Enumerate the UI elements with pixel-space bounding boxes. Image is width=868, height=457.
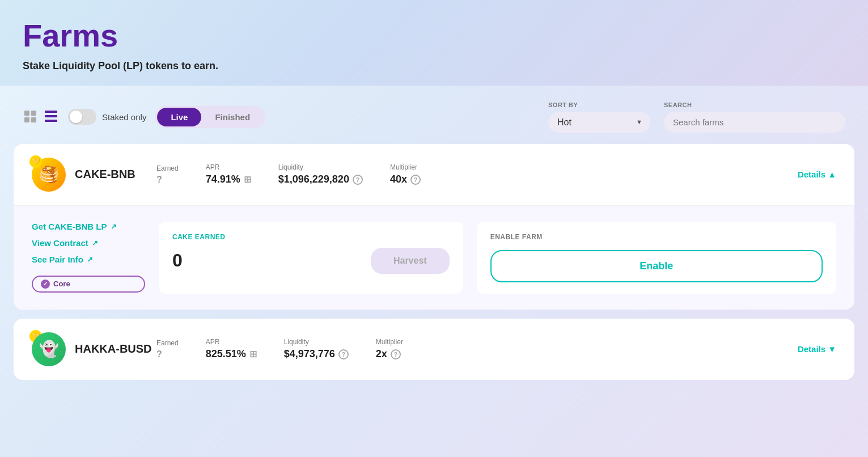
svg-rect-2 (24, 117, 29, 122)
farm-row-hakka-busd: 💛 👻 HAKKA-BUSD Earned ? APR 825.51% ⊞ (14, 319, 854, 380)
sort-by-label: SORT BY (548, 101, 650, 108)
stat-liquidity-cake-bnb: Liquidity $1,096,229,820 ? (278, 163, 363, 185)
farm-links: Get CAKE-BNB LP ↗ View Contract ↗ See Pa… (32, 222, 145, 294)
earned-value: ? (156, 175, 179, 185)
page-title: Farms (23, 18, 845, 53)
see-pair-info-link[interactable]: See Pair Info ↗ (32, 255, 145, 264)
svg-rect-6 (45, 120, 57, 122)
liquidity-label: Liquidity (278, 163, 363, 171)
apr-calc-icon[interactable]: ⊞ (244, 174, 251, 185)
stat-apr-hakka-busd: APR 825.51% ⊞ (206, 338, 257, 360)
grid-view-icon[interactable] (23, 109, 39, 125)
liquidity-value: $1,096,229,820 ? (278, 174, 363, 185)
stat-apr-cake-bnb: APR 74.91% ⊞ (206, 163, 251, 185)
external-link-icon-2: ↗ (92, 239, 98, 247)
apr-label-2: APR (206, 338, 257, 346)
search-label: SEARCH (664, 101, 845, 108)
header-section: Farms Stake Liquidity Pool (LP) tokens t… (0, 0, 868, 86)
external-link-icon-1: ↗ (111, 222, 117, 231)
farm-stats-hakka-busd: Earned ? APR 825.51% ⊞ Liquidity $4,973,… (156, 338, 798, 360)
staked-only-toggle[interactable] (68, 109, 96, 125)
external-link-icon-3: ↗ (87, 255, 93, 264)
svg-rect-3 (31, 117, 36, 122)
svg-rect-1 (31, 111, 36, 116)
live-finished-tabs: Live Finished (155, 106, 265, 128)
apr-label: APR (206, 163, 251, 171)
farm-logo-cake-bnb: 💛 🥞 (32, 158, 66, 192)
multiplier-info-icon[interactable]: ? (410, 175, 421, 185)
farm-identity-cake-bnb: 💛 🥞 CAKE-BNB (32, 158, 156, 192)
right-controls: SORT BY Hot APR Multiplier Earned Liquid… (548, 101, 845, 133)
farm-name-hakka-busd: HAKKA-BUSD (75, 342, 152, 356)
harvest-button[interactable]: Harvest (371, 248, 450, 274)
tab-live[interactable]: Live (157, 108, 201, 126)
earned-label: Earned (156, 164, 179, 172)
multiplier-value: 40x ? (390, 174, 421, 185)
left-controls: Staked only Live Finished (23, 106, 265, 128)
sort-group: SORT BY Hot APR Multiplier Earned Liquid… (548, 101, 650, 133)
earned-value-2: ? (156, 349, 179, 359)
stat-earned-hakka-busd: Earned ? (156, 339, 179, 359)
farm-logo-badge: 💛 (29, 155, 42, 168)
farm-logo-inner-2: 👻 (32, 332, 66, 366)
farm-card-cake-bnb: 💛 🥞 CAKE-BNB Earned ? APR 74.91% ⊞ (14, 144, 854, 310)
apr-value-2: 825.51% ⊞ (206, 348, 257, 360)
liquidity-label-2: Liquidity (284, 338, 349, 346)
controls-bar: Staked only Live Finished SORT BY Hot AP… (0, 86, 868, 144)
liquidity-value-2: $4,973,776 ? (284, 348, 349, 360)
multiplier-label-2: Multiplier (376, 338, 403, 346)
stat-multiplier-hakka-busd: Multiplier 2x ? (376, 338, 403, 360)
farm-row-cake-bnb: 💛 🥞 CAKE-BNB Earned ? APR 74.91% ⊞ (14, 144, 854, 205)
search-input[interactable] (664, 112, 845, 133)
cake-earned-box: CAKE EARNED 0 Harvest (159, 222, 463, 294)
stat-multiplier-cake-bnb: Multiplier 40x ? (390, 163, 421, 185)
view-contract-link[interactable]: View Contract ↗ (32, 238, 145, 248)
cake-earned-value: 0 (172, 250, 183, 271)
sort-select-wrapper: Hot APR Multiplier Earned Liquidity (548, 112, 650, 133)
cake-earned-header: CAKE EARNED (172, 233, 450, 241)
details-chevron-down-icon: ▼ (828, 344, 836, 354)
liquidity-info-icon[interactable]: ? (353, 175, 363, 185)
cake-earned-body: 0 Harvest (172, 248, 450, 274)
core-badge-icon: ✓ (41, 280, 50, 289)
multiplier-label: Multiplier (390, 163, 421, 171)
details-btn-hakka-busd[interactable]: Details ▼ (798, 344, 836, 354)
core-badge: ✓ Core (32, 276, 145, 293)
apr-calc-icon-2[interactable]: ⊞ (249, 349, 257, 359)
svg-rect-4 (45, 111, 57, 113)
svg-rect-0 (24, 111, 29, 116)
multiplier-value-2: 2x ? (376, 348, 403, 360)
farm-name-cake-bnb: CAKE-BNB (75, 168, 136, 181)
farm-expanded-cake-bnb: Get CAKE-BNB LP ↗ View Contract ↗ See Pa… (14, 205, 854, 310)
enable-farm-box: ENABLE FARM Enable (477, 222, 836, 294)
tab-finished[interactable]: Finished (201, 108, 264, 126)
staked-only-label: Staked only (102, 112, 146, 122)
sort-select[interactable]: Hot APR Multiplier Earned Liquidity (548, 112, 650, 133)
view-icons (23, 109, 59, 125)
details-btn-cake-bnb[interactable]: Details ▲ (798, 170, 836, 179)
liquidity-info-icon-2[interactable]: ? (338, 349, 349, 359)
earned-label-2: Earned (156, 339, 179, 347)
farm-card-hakka-busd: 💛 👻 HAKKA-BUSD Earned ? APR 825.51% ⊞ (14, 319, 854, 380)
svg-rect-5 (45, 115, 57, 117)
farm-stats-cake-bnb: Earned ? APR 74.91% ⊞ Liquidity $1,096,2… (156, 163, 798, 185)
search-group: SEARCH (664, 101, 845, 133)
farm-logo-hakka-busd: 💛 👻 (32, 332, 66, 366)
enable-farm-header: ENABLE FARM (490, 233, 823, 241)
apr-value: 74.91% ⊞ (206, 174, 251, 185)
stat-earned-cake-bnb: Earned ? (156, 164, 179, 185)
list-view-icon[interactable] (43, 109, 59, 125)
enable-button[interactable]: Enable (490, 250, 823, 282)
farms-container: 💛 🥞 CAKE-BNB Earned ? APR 74.91% ⊞ (0, 144, 868, 380)
multiplier-info-icon-2[interactable]: ? (391, 349, 401, 359)
stat-liquidity-hakka-busd: Liquidity $4,973,776 ? (284, 338, 349, 360)
farm-identity-hakka-busd: 💛 👻 HAKKA-BUSD (32, 332, 156, 366)
staked-only-toggle-group: Staked only (68, 109, 146, 125)
toggle-knob (70, 111, 82, 123)
details-chevron-up-icon: ▲ (828, 170, 836, 179)
get-lp-link[interactable]: Get CAKE-BNB LP ↗ (32, 222, 145, 231)
page-subtitle: Stake Liquidity Pool (LP) tokens to earn… (23, 60, 845, 72)
